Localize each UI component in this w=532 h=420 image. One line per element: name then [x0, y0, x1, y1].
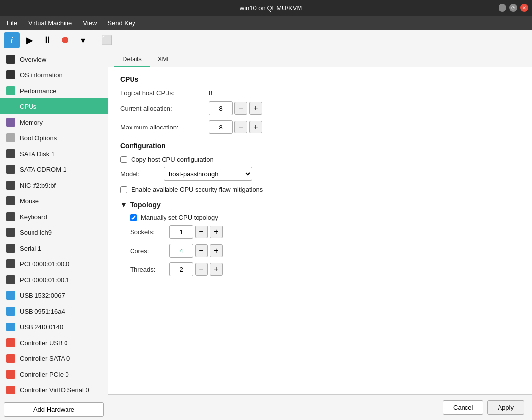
- sockets-row: Sockets: − +: [130, 225, 520, 239]
- screenshot-icon: ⬜: [101, 35, 112, 46]
- sidebar-item-overview[interactable]: Overview: [0, 51, 108, 67]
- sidebar-item-pci-2[interactable]: PCI 0000:01:00.1: [0, 272, 108, 288]
- window-title: win10 on QEMU/KVM: [43, 4, 499, 12]
- ctrl-sata-icon: [6, 354, 16, 363]
- maximum-allocation-increment[interactable]: +: [249, 121, 262, 133]
- content-body: CPUs Logical host CPUs: 8 Current alloca…: [108, 67, 532, 394]
- stop-button[interactable]: ⏺: [57, 32, 73, 48]
- sidebar-item-keyboard[interactable]: Keyboard: [0, 209, 108, 225]
- sata-cdrom-icon: [6, 164, 16, 174]
- sidebar-item-performance[interactable]: Performance: [0, 83, 108, 98]
- info-icon: i: [11, 36, 13, 44]
- sidebar-label-sata-cdrom: SATA CDROM 1: [20, 166, 66, 173]
- manually-set-topology-checkbox[interactable]: [130, 214, 137, 221]
- cores-input[interactable]: [169, 244, 193, 258]
- sidebar-item-ctrl-pcie[interactable]: Controller PCIe 0: [0, 366, 108, 382]
- sidebar-label-usb3: USB 24f0:0140: [20, 323, 63, 331]
- manually-set-topology-row: Manually set CPU topology: [130, 214, 520, 221]
- performance-icon: [6, 86, 16, 96]
- enable-security-label: Enable available CPU security flaw mitig…: [131, 186, 263, 193]
- cores-increment[interactable]: +: [210, 244, 223, 257]
- content-area: Details XML CPUs Logical host CPUs: 8 Cu…: [108, 51, 532, 420]
- sidebar-label-ctrl-virtio: Controller VirtIO Serial 0: [20, 387, 89, 394]
- tab-bar: Details XML: [108, 51, 532, 67]
- current-allocation-decrement[interactable]: −: [234, 102, 247, 115]
- copy-host-cpu-checkbox[interactable]: [120, 156, 127, 163]
- topology-header[interactable]: ▼ Topology: [120, 201, 520, 209]
- cores-decrement[interactable]: −: [195, 244, 208, 257]
- dropdown-button[interactable]: ▾: [75, 32, 91, 48]
- tab-details[interactable]: Details: [114, 51, 150, 67]
- pause-button[interactable]: ⏸: [39, 32, 55, 48]
- sidebar-item-usb-3[interactable]: USB 24f0:0140: [0, 319, 108, 335]
- play-button[interactable]: ▶: [22, 32, 37, 48]
- threads-decrement[interactable]: −: [195, 263, 208, 276]
- mouse-icon: [6, 196, 16, 206]
- sidebar-item-memory[interactable]: Memory: [0, 114, 108, 130]
- threads-increment[interactable]: +: [210, 263, 223, 276]
- sidebar-item-sound[interactable]: Sound ich9: [0, 225, 108, 240]
- play-icon: ▶: [26, 35, 33, 46]
- sockets-decrement[interactable]: −: [195, 226, 208, 238]
- sidebar-label-sata-disk: SATA Disk 1: [20, 150, 55, 158]
- sidebar-item-pci-1[interactable]: PCI 0000:01:00.0: [0, 256, 108, 272]
- logical-host-cpus-row: Logical host CPUs: 8: [120, 89, 520, 97]
- manually-set-topology-label: Manually set CPU topology: [141, 214, 218, 221]
- maximize-button[interactable]: ⟳: [509, 4, 517, 12]
- sidebar-label-os-information: OS information: [20, 71, 63, 79]
- nic-icon: [6, 180, 16, 190]
- info-button[interactable]: i: [4, 32, 20, 48]
- sidebar-item-usb-1[interactable]: USB 1532:0067: [0, 288, 108, 303]
- apply-button[interactable]: Apply: [487, 400, 524, 415]
- sidebar-item-ctrl-usb[interactable]: Controller USB 0: [0, 335, 108, 351]
- sidebar-label-usb2: USB 0951:16a4: [20, 308, 65, 315]
- cores-label: Cores:: [130, 247, 169, 255]
- menu-file[interactable]: File: [2, 17, 22, 29]
- sidebar-item-nic[interactable]: NIC :f2:b9:bf: [0, 177, 108, 193]
- sidebar-label-performance: Performance: [20, 87, 56, 95]
- maximum-allocation-decrement[interactable]: −: [234, 121, 247, 133]
- threads-input[interactable]: [169, 262, 193, 276]
- tab-xml[interactable]: XML: [150, 51, 179, 67]
- logical-host-cpus-value: 8: [209, 89, 212, 97]
- sidebar: Overview OS information Performance CPUs…: [0, 51, 108, 420]
- current-allocation-increment[interactable]: +: [249, 102, 262, 115]
- os-information-icon: [6, 70, 16, 80]
- stop-icon: ⏺: [60, 34, 70, 46]
- sidebar-item-os-information[interactable]: OS information: [0, 67, 108, 83]
- model-select[interactable]: host-passthrough host-model kvm64 qemu64…: [164, 167, 252, 181]
- sockets-input[interactable]: [169, 225, 193, 239]
- screenshot-button[interactable]: ⬜: [99, 32, 115, 48]
- sidebar-item-serial-1[interactable]: Serial 1: [0, 240, 108, 256]
- sata-disk-icon: [6, 149, 16, 159]
- sidebar-item-sata-disk-1[interactable]: SATA Disk 1: [0, 146, 108, 162]
- menu-virtual-machine[interactable]: Virtual Machine: [23, 17, 77, 29]
- sidebar-item-ctrl-virtio[interactable]: Controller VirtIO Serial 0: [0, 382, 108, 398]
- close-button[interactable]: ✕: [520, 4, 528, 12]
- model-label: Model:: [120, 170, 160, 178]
- sockets-increment[interactable]: +: [210, 226, 223, 238]
- sidebar-item-sata-cdrom-1[interactable]: SATA CDROM 1: [0, 162, 108, 177]
- enable-security-checkbox[interactable]: [120, 186, 127, 193]
- current-allocation-input[interactable]: [209, 101, 233, 115]
- maximum-allocation-row: Maximum allocation: − +: [120, 120, 520, 134]
- sidebar-items: Overview OS information Performance CPUs…: [0, 51, 108, 398]
- sidebar-label-ctrl-sata: Controller SATA 0: [20, 355, 70, 362]
- titlebar: win10 on QEMU/KVM − ⟳ ✕: [0, 0, 532, 16]
- cancel-button[interactable]: Cancel: [443, 400, 483, 415]
- menu-send-key[interactable]: Send Key: [102, 17, 140, 29]
- overview-icon: [6, 54, 16, 64]
- sidebar-item-mouse[interactable]: Mouse: [0, 193, 108, 209]
- sidebar-item-boot-options[interactable]: Boot Options: [0, 130, 108, 146]
- sidebar-item-cpus[interactable]: CPUs: [0, 98, 108, 114]
- sidebar-item-usb-2[interactable]: USB 0951:16a4: [0, 303, 108, 319]
- sidebar-item-ctrl-sata[interactable]: Controller SATA 0: [0, 351, 108, 366]
- minimize-button[interactable]: −: [499, 4, 506, 12]
- sidebar-label-nic: NIC :f2:b9:bf: [20, 182, 56, 189]
- add-hardware-button[interactable]: Add Hardware: [4, 402, 104, 417]
- maximum-allocation-input[interactable]: [209, 120, 233, 134]
- toolbar: i ▶ ⏸ ⏺ ▾ ⬜: [0, 30, 532, 51]
- serial-icon: [6, 243, 16, 253]
- menu-view[interactable]: View: [78, 17, 101, 29]
- sockets-spinbox: − +: [169, 225, 223, 239]
